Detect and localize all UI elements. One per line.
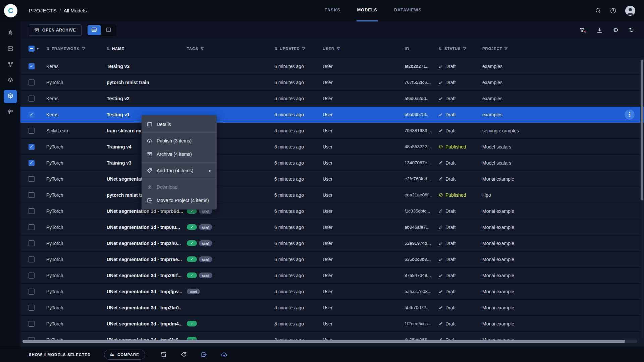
sidebar-item-workers[interactable] xyxy=(4,106,17,119)
table-row[interactable]: PyTorchUNet segmentat6 minutes agoUsere2… xyxy=(20,171,644,187)
settings-icon[interactable]: ⚙ xyxy=(613,27,619,33)
cell-framework: PyTorch xyxy=(46,273,107,278)
menu-item-add-tag-4-items[interactable]: Add Tag (4 items)▸ xyxy=(142,164,217,177)
open-archive-button[interactable]: OPEN ARCHIVE xyxy=(29,24,82,36)
cell-id: ab846afff7... xyxy=(405,225,439,230)
clearml-logo-icon[interactable]: C xyxy=(4,4,17,17)
cell-id: b0a93b75f... xyxy=(405,112,439,117)
row-checkbox[interactable] xyxy=(29,208,35,214)
download-icon[interactable] xyxy=(596,27,603,34)
selection-dropdown-caret-icon[interactable] xyxy=(37,47,39,51)
row-checkbox[interactable] xyxy=(29,305,35,311)
row-checkbox[interactable] xyxy=(29,240,35,246)
draft-pencil-icon xyxy=(439,128,443,133)
column-header-status[interactable]: ⇅STATUS xyxy=(439,47,482,51)
menu-item-publish-3-items[interactable]: Publish (3 items) xyxy=(142,134,217,147)
filter-icon[interactable] xyxy=(463,47,467,51)
table-row[interactable]: PyTorchUNet segmentation 3d - tmpdm4...✓… xyxy=(20,316,644,332)
search-icon[interactable] xyxy=(595,8,601,14)
row-checkbox[interactable] xyxy=(29,112,35,118)
filter-icon[interactable] xyxy=(504,47,508,51)
tag-action-button[interactable] xyxy=(181,352,187,358)
draft-pencil-icon xyxy=(439,321,443,326)
breadcrumb-projects[interactable]: PROJECTS xyxy=(29,8,57,13)
menu-item-archive-4-items[interactable]: Archive (4 items) xyxy=(142,147,217,161)
card-view-button[interactable] xyxy=(102,25,115,35)
horizontal-scrollbar-thumb[interactable] xyxy=(22,340,625,343)
selection-summary[interactable]: SHOW 4 MODELS SELECTED xyxy=(29,353,91,357)
select-all-checkbox[interactable] xyxy=(29,46,35,52)
tab-dataviews[interactable]: DATAVIEWS xyxy=(393,0,422,21)
sidebar-item-datasets[interactable] xyxy=(4,43,17,56)
row-checkbox[interactable] xyxy=(29,192,35,198)
table-row[interactable]: KerasTetsing v36 minutes agoUseraf2b2d27… xyxy=(20,58,644,74)
table-view-button[interactable] xyxy=(88,25,101,35)
column-header-tags[interactable]: TAGS xyxy=(187,47,274,51)
row-checkbox[interactable] xyxy=(29,176,35,182)
table-row[interactable]: PyTorchUNet segmentation 3d - tmpjfjpv..… xyxy=(20,284,644,300)
archive-action-button[interactable] xyxy=(161,352,167,358)
tab-models[interactable]: MODELS xyxy=(357,0,378,21)
vertical-scrollbar-thumb[interactable] xyxy=(641,60,643,200)
sort-icon[interactable]: ⇅ xyxy=(439,47,442,51)
row-checkbox[interactable] xyxy=(29,224,35,230)
horizontal-scrollbar[interactable] xyxy=(22,340,637,343)
sidebar-item-projects[interactable] xyxy=(4,27,17,40)
tab-tasks[interactable]: TASKS xyxy=(324,0,341,21)
column-header-name[interactable]: ⇅NAME xyxy=(107,47,187,51)
publish-action-button[interactable] xyxy=(221,352,227,358)
column-header-updated[interactable]: ⇅UPDATED xyxy=(274,47,323,51)
table-row[interactable]: PyTorchpytorch mnist tr6 minutes agoUser… xyxy=(20,187,644,203)
sidebar-item-pipelines[interactable] xyxy=(4,58,17,72)
clear-filters-icon[interactable] xyxy=(580,27,586,34)
table-row[interactable]: PyTorchUNet segmentation 3d - tmp0tu...✓… xyxy=(20,219,644,235)
row-checkbox[interactable] xyxy=(29,79,35,85)
table-row[interactable]: PyTorchUNet segmentation 3d - tmprrae...… xyxy=(20,251,644,267)
column-header-framework[interactable]: ⇅FRAMEWORK xyxy=(46,47,107,51)
avatar-icon[interactable] xyxy=(625,6,635,16)
table-row[interactable]: ScikitLearntrain sklearn mo6 minutes ago… xyxy=(20,123,644,139)
table-row[interactable]: KerasTesting v26 minutes agoUseraf6d0a2d… xyxy=(20,90,644,107)
column-header-id[interactable]: ID xyxy=(405,46,439,51)
filter-icon[interactable] xyxy=(302,47,306,51)
table-row[interactable]: KerasTesting v16 minutes agoUserb0a93b75… xyxy=(20,107,644,123)
vertical-scrollbar[interactable] xyxy=(640,58,643,338)
row-checkbox[interactable] xyxy=(29,144,35,150)
sort-icon[interactable]: ⇅ xyxy=(46,47,50,51)
row-checkbox[interactable] xyxy=(29,289,35,295)
table-row[interactable]: PyTorchUNet segmentation 3d - tmp2kr0...… xyxy=(20,300,644,316)
filter-icon[interactable] xyxy=(200,47,204,51)
status-label: Draft xyxy=(445,176,455,182)
move-action-button[interactable] xyxy=(201,352,207,358)
row-checkbox[interactable] xyxy=(29,128,35,134)
table-row[interactable]: PyTorchpytorch mnist train6 minutes agoU… xyxy=(20,74,644,90)
table-row[interactable]: PyTorchTraining v46 minutes agoUser48a55… xyxy=(20,139,644,155)
row-checkbox[interactable] xyxy=(29,256,35,262)
row-checkbox[interactable] xyxy=(29,63,35,69)
table-row[interactable]: PyTorchUNet segmentation 3d - tmprb9d...… xyxy=(20,203,644,219)
sort-icon[interactable]: ⇅ xyxy=(274,47,278,51)
table-row[interactable]: PyTorchUNet segmentation 3d - tmp6fa0...… xyxy=(20,332,644,347)
cell-project: Monai example xyxy=(482,289,644,294)
row-checkbox[interactable] xyxy=(29,321,35,327)
sidebar-item-layers[interactable] xyxy=(4,74,17,87)
table-row[interactable]: PyTorchUNet segmentation 3d - tmpzh0...✓… xyxy=(20,235,644,251)
column-header-user[interactable]: USER xyxy=(323,47,405,51)
filter-icon[interactable] xyxy=(82,47,86,51)
auto-refresh-icon[interactable]: ↻ xyxy=(629,27,634,33)
menu-item-details[interactable]: Details xyxy=(142,118,217,131)
row-checkbox[interactable] xyxy=(29,96,35,102)
compare-button[interactable]: ⇆ COMPARE xyxy=(104,350,145,360)
sidebar-item-models[interactable] xyxy=(4,90,17,103)
cell-status: Draft xyxy=(439,176,482,182)
row-checkbox[interactable] xyxy=(29,160,35,166)
menu-item-move-to-project-4-items[interactable]: Move to Project (4 items) xyxy=(142,194,217,207)
help-icon[interactable]: ? xyxy=(610,8,616,14)
sort-icon[interactable]: ⇅ xyxy=(107,47,110,51)
filter-icon[interactable] xyxy=(336,47,340,51)
table-row[interactable]: PyTorchTraining v36 minutes agoUser13407… xyxy=(20,155,644,171)
column-header-project[interactable]: PROJECT xyxy=(482,47,644,51)
row-checkbox[interactable] xyxy=(29,273,35,279)
row-menu-button[interactable] xyxy=(625,110,635,120)
table-row[interactable]: PyTorchUNet segmentation 3d - tmp29rf...… xyxy=(20,267,644,284)
